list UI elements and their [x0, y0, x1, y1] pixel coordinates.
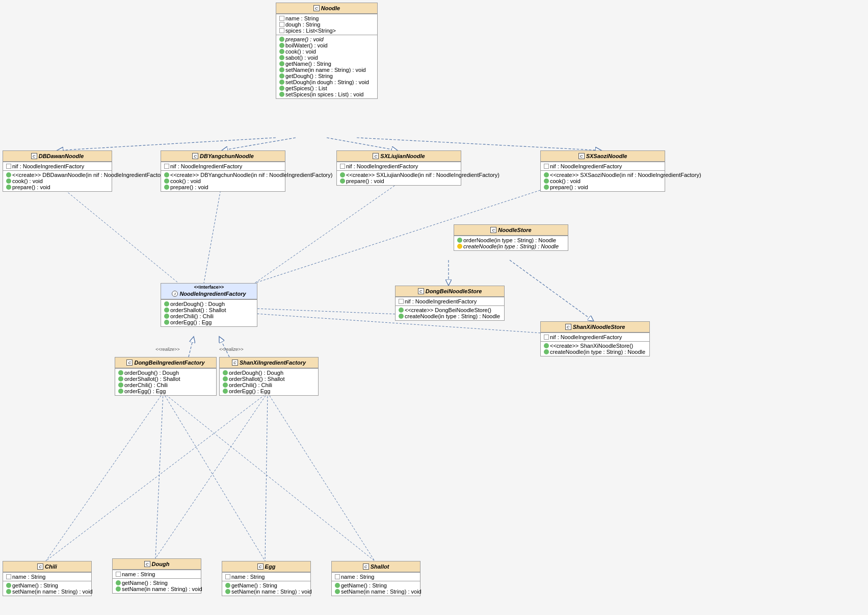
svg-line-7 [189, 337, 194, 357]
svg-line-2 [222, 138, 296, 150]
svg-line-1 [57, 138, 276, 150]
method-icon [279, 92, 284, 97]
svg-line-4 [357, 138, 601, 150]
svg-text:<<realize>>: <<realize>> [155, 347, 180, 352]
method-row: prepare() : void [278, 36, 375, 42]
class-dbdawannoodle-header: C DBDawanNoodle [3, 151, 112, 162]
class-icon-noodle: C [313, 5, 320, 11]
method-icon [279, 67, 284, 72]
svg-line-18 [57, 184, 178, 283]
class-name: DBDawanNoodle [39, 153, 84, 159]
method-icon [279, 80, 284, 85]
class-name: Shallot [371, 563, 389, 570]
method-row: getDough() : String [278, 73, 375, 79]
svg-line-10 [155, 393, 163, 558]
class-dongbeiingredientfactory: C DongBeiIngredientFactory orderDough() … [115, 357, 217, 396]
svg-line-3 [327, 138, 398, 150]
class-name: Egg [265, 563, 276, 570]
method-row: setDough(in dough : String) : void [278, 79, 375, 85]
method-row: boilWater() : void [278, 42, 375, 48]
class-dough: C Dough name : String getName() : String… [112, 558, 201, 594]
class-noodle: C Noodle name : String dough : String sp… [276, 3, 378, 99]
class-name: Chili [45, 563, 57, 570]
class-sxsaozinoodle: C SXSaoziNoodle nif : NoodleIngredientFa… [540, 150, 665, 192]
attr-row: spices : List<String> [278, 28, 375, 34]
method-icon [279, 37, 284, 42]
method-icon [279, 86, 284, 91]
class-sxliujiannoodle: C SXLiujianNoodle nif : NoodleIngredient… [336, 150, 461, 186]
class-name: SXSaoziNoodle [586, 153, 627, 159]
svg-line-8 [219, 337, 229, 357]
class-shanxinoodlestore: C ShanXiNoodleStore nif : NoodleIngredie… [540, 321, 650, 356]
method-row: sabot() : void [278, 55, 375, 61]
class-name: DBYangchunNoodle [200, 153, 254, 159]
method-icon [279, 43, 284, 48]
class-egg: C Egg name : String getName() : String s… [222, 561, 311, 596]
svg-line-14 [155, 393, 268, 558]
attr-row: dough : String [278, 21, 375, 28]
method-row: setName(in name : String) : void [278, 67, 375, 73]
class-noodle-methods: prepare() : void boilWater() : void cook… [276, 35, 377, 98]
svg-line-9 [46, 393, 163, 561]
svg-line-19 [255, 184, 398, 283]
svg-text:<<realize>>: <<realize>> [219, 347, 244, 352]
svg-line-11 [163, 393, 265, 561]
attr-row: name : String [278, 15, 375, 21]
method-icon [279, 55, 284, 60]
method-row: getName() : String [278, 61, 375, 67]
method-row: getSpices() : List [278, 85, 375, 91]
class-dbdawannoodle: C DBDawanNoodle nif : NoodleIngredientFa… [3, 150, 112, 192]
class-icon: C [31, 153, 37, 159]
class-name: Dough [152, 561, 170, 567]
svg-line-15 [265, 393, 268, 561]
attr-icon [279, 28, 284, 33]
class-noodlestore: C NoodleStore orderNoodle(in type : Stri… [454, 224, 568, 251]
class-dongbeinoodlestore: C DongBeiNoodleStore nif : NoodleIngredi… [395, 286, 505, 321]
class-name: SXLiujianNoodle [380, 153, 425, 159]
class-name-noodle: Noodle [321, 5, 340, 11]
svg-line-16 [268, 393, 375, 561]
svg-line-17 [204, 184, 222, 283]
method-row: setSpices(in spices : List) : void [278, 91, 375, 97]
attr-icon [279, 22, 284, 27]
method-row: cook() : void [278, 48, 375, 55]
class-name: NoodleStore [498, 227, 531, 233]
class-noodle-header: C Noodle [276, 3, 377, 14]
attr-icon [279, 16, 284, 21]
class-name: DongBeiNoodleStore [426, 288, 482, 294]
class-shallot: C Shallot name : String getName() : Stri… [331, 561, 420, 596]
diagram-container: <<realize>> <<realize>> C Noodle name : … [0, 0, 868, 615]
class-name: ShanXiIngredientFactory [240, 360, 306, 366]
class-name: NoodleIngredientFactory [179, 291, 246, 297]
class-noodle-attrs: name : String dough : String spices : Li… [276, 14, 377, 35]
method-icon [279, 73, 284, 79]
method-icon [279, 49, 284, 54]
class-shanxiingredientfactory: C ShanXiIngredientFactory orderDough() :… [219, 357, 319, 396]
class-noodleingredientfactory: <<Interface>> I NoodleIngredientFactory … [161, 283, 257, 327]
svg-line-12 [163, 393, 375, 561]
class-dbyangchunnoodle: C DBYangchunNoodle nif : NoodleIngredien… [161, 150, 285, 192]
class-name: DongBeiIngredientFactory [134, 360, 204, 366]
svg-line-6 [510, 260, 594, 321]
svg-line-13 [46, 393, 268, 561]
class-chili: C Chili name : String getName() : String… [3, 561, 92, 596]
method-icon [279, 61, 284, 66]
class-name: ShanXiNoodleStore [573, 324, 625, 330]
